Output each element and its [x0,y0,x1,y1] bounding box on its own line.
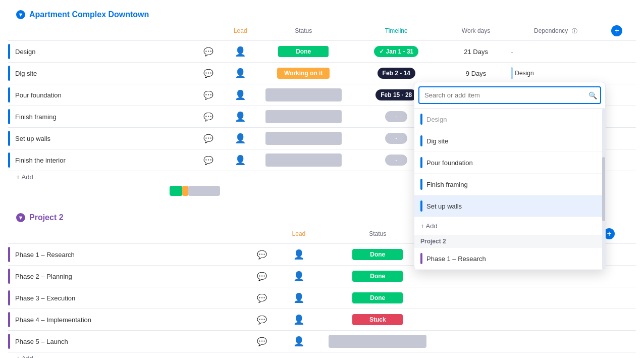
task-status-cell[interactable]: Stuck [324,309,432,331]
task-left-bar [8,66,10,81]
task-timeline-cell[interactable]: ✓ Jan 1 - 31 [347,41,446,63]
task-status-cell[interactable]: Working on it [260,63,347,84]
col-header-add[interactable]: + [605,21,636,41]
task-status-cell[interactable] [260,128,347,149]
task-dependency-cell[interactable]: Design [506,63,605,84]
status-empty [265,132,342,145]
col-header-status: Status [260,21,347,41]
status-badge: Working on it [277,68,330,79]
avatar[interactable]: 👤 [235,133,246,143]
comment-icon[interactable]: 💬 [201,68,216,79]
task-name[interactable]: Pour foundation [13,90,198,100]
task-spacer-cell [432,331,598,352]
dependency-info-icon[interactable]: ⓘ [572,28,577,34]
dropdown-item-phase1[interactable]: Phase 1 – Research [414,248,605,270]
comment-icon[interactable]: 💬 [201,133,216,144]
summary-done [170,186,182,196]
task-status-cell[interactable] [260,149,347,171]
avatar[interactable]: 👤 [293,336,304,346]
dropdown-section2-title: Project 2 [420,238,446,245]
dependency-dropdown: 🔍 Design Dig site Pour foundation Finish… [414,82,606,270]
project2-add-button[interactable]: + Add [16,354,636,358]
dropdown-scrollbar-thumb[interactable] [602,157,605,222]
comment-icon[interactable]: 💬 [201,46,216,58]
task-name[interactable]: Phase 5 – Launch [13,337,252,346]
add-column-button[interactable]: + [611,25,622,36]
comment-icon[interactable]: 💬 [255,271,269,282]
task-name[interactable]: Finish framing [13,112,198,122]
task-name[interactable]: Design [13,47,198,57]
task-name[interactable]: Phase 3 – Execution [13,293,252,303]
task-status-cell[interactable] [260,84,347,106]
dep-text: Design [515,70,533,77]
comment-icon[interactable]: 💬 [255,314,269,326]
dep-bar [511,67,513,79]
task-lead-cell: 👤 [221,84,260,106]
task-name[interactable]: Phase 2 – Planning [13,272,252,281]
task-spacer-cell2 [598,331,636,352]
task-name[interactable]: Finish the interior [13,156,198,165]
dropdown-item-foundation[interactable]: Pour foundation [414,152,605,174]
dropdown-add-label: + Add [420,222,438,230]
col-header-workdays: Work days [446,21,506,41]
dropdown-item-foundation-label: Pour foundation [426,159,473,167]
dropdown-item-framing[interactable]: Finish framing [414,174,605,195]
comment-icon[interactable]: 💬 [201,111,216,123]
task-dependency-cell[interactable]: - [506,41,605,63]
task-name[interactable]: Phase 1 – Research [13,250,252,260]
task-status-cell[interactable]: Done [260,41,347,63]
project2-icon[interactable]: ▼ [16,213,25,222]
timeline-empty: - [385,155,407,166]
col-header-dependency: Dependency ⓘ [506,21,605,41]
task-lead-cell: 👤 [221,128,260,149]
comment-icon[interactable]: 💬 [255,292,269,304]
task-lead-cell: 👤 [221,149,260,171]
table-row: Phase 4 – Implementation 💬 👤 Stuck [8,309,636,331]
project1-icon[interactable]: ▼ [16,10,25,19]
timeline-badge: Feb 15 - 28 [375,89,417,100]
task-name-cell: Phase 4 – Implementation 💬 [8,309,274,331]
col-header-lead: Lead [221,21,260,41]
avatar[interactable]: 👤 [235,112,246,122]
task-left-bar [8,312,10,327]
task-name-cell: Dig site 💬 [8,63,221,84]
task-lead-cell: 👤 [221,41,260,63]
dropdown-add-item[interactable]: + Add [414,217,605,235]
avatar[interactable]: 👤 [293,293,304,303]
dropdown-item-design[interactable]: Design [414,109,605,130]
timeline-empty: - [385,133,407,144]
task-spacer-cell [605,128,636,149]
item-bar-foundation [420,157,422,168]
task-name-cell: Phase 1 – Research 💬 [8,244,274,266]
avatar[interactable]: 👤 [293,315,304,325]
task-name[interactable]: Set up walls [13,134,198,143]
comment-icon[interactable]: 💬 [201,155,216,166]
task-status-cell[interactable] [260,106,347,128]
avatar[interactable]: 👤 [293,271,304,281]
task-timeline-cell[interactable]: Feb 2 - 14 [347,63,446,84]
status-empty [329,335,426,348]
avatar[interactable]: 👤 [235,46,246,57]
task-name[interactable]: Dig site [13,69,198,78]
avatar[interactable]: 👤 [235,155,246,165]
task-name-cell: Finish the interior 💬 [8,149,221,171]
task-spacer-cell [605,63,636,84]
dropdown-item-walls[interactable]: Set up walls [414,195,605,217]
task-spacer-cell [605,106,636,128]
avatar[interactable]: 👤 [293,249,304,260]
task-name-cell: Design 💬 [8,41,221,63]
item-bar-design [420,114,422,125]
task-status-cell[interactable]: Done [324,287,432,309]
comment-icon[interactable]: 💬 [201,89,216,101]
search-input[interactable] [418,86,601,104]
avatar[interactable]: 👤 [235,68,246,78]
task-status-cell[interactable] [324,331,432,352]
task-left-bar [8,290,10,305]
dropdown-item-digsite[interactable]: Dig site [414,130,605,152]
comment-icon[interactable]: 💬 [255,249,269,261]
task-name[interactable]: Phase 4 – Implementation [13,315,252,325]
status-empty [265,154,342,167]
comment-icon[interactable]: 💬 [255,336,269,347]
avatar[interactable]: 👤 [235,90,246,100]
task-left-bar [8,131,10,146]
